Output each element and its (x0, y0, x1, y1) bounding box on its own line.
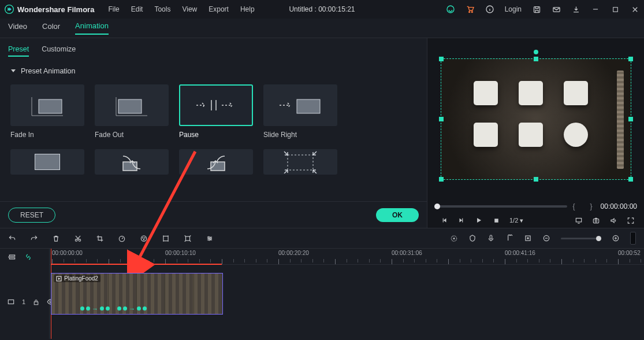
collapse-icon (10, 68, 16, 74)
close-icon[interactable] (630, 5, 639, 14)
tab-animation[interactable]: Animation (75, 21, 109, 35)
preset-row2-1[interactable] (10, 149, 84, 175)
save-icon[interactable] (532, 5, 541, 14)
download-icon[interactable] (571, 5, 580, 14)
preset-fade-out[interactable]: Fade Out (95, 84, 169, 139)
svg-point-29 (144, 237, 145, 238)
subtab-customize[interactable]: Customize (42, 45, 76, 57)
snapshot-icon[interactable] (592, 216, 600, 224)
ruler-tick-2: 00:00:20:20 (278, 250, 309, 256)
menu-tools[interactable]: Tools (154, 5, 170, 13)
timeline: 1 00:00:00:00 00:00:10:10 00:00:20:20 00… (0, 249, 644, 339)
selection-region (51, 264, 222, 265)
settings-icon[interactable] (206, 234, 214, 242)
support-icon[interactable] (446, 5, 455, 14)
filmora-logo-icon (5, 5, 14, 14)
play-icon[interactable] (475, 216, 483, 224)
zoom-slider[interactable] (561, 238, 601, 239)
tab-color[interactable]: Color (42, 22, 60, 34)
track-number: 1 (22, 298, 25, 305)
preview-frame[interactable] (441, 58, 631, 180)
preset-label: Fade Out (95, 131, 169, 139)
preset-slide-right[interactable]: Slide Right (263, 84, 337, 139)
preset-row2-2[interactable] (95, 149, 169, 175)
svg-rect-13 (118, 99, 142, 113)
seek-row: { } 00:00:00:00 (427, 200, 644, 213)
subtab-preset[interactable]: Preset (8, 45, 29, 57)
timeline-clip[interactable]: PlatingFood2 → → (51, 273, 223, 315)
speed-icon[interactable] (118, 234, 126, 242)
delete-icon[interactable] (52, 234, 60, 242)
preset-row2-4[interactable] (263, 149, 337, 175)
menu-export[interactable]: Export (209, 5, 229, 13)
color-icon[interactable] (140, 234, 148, 242)
mic-icon[interactable] (487, 234, 495, 242)
tab-video[interactable]: Video (8, 22, 27, 34)
app-logo: Wondershare Filmora (5, 5, 94, 14)
preset-fade-in[interactable]: Fade In (10, 84, 84, 139)
menu-help[interactable]: Help (240, 5, 255, 13)
ok-button[interactable]: OK (376, 208, 419, 222)
redo-icon[interactable] (30, 234, 38, 242)
marker-icon[interactable] (468, 234, 477, 242)
audio-mixer-icon[interactable] (505, 234, 513, 242)
main-row: Preset Customize Preset Animation Fade I… (0, 38, 644, 228)
subtabs: Preset Customize (0, 38, 427, 60)
svg-rect-16 (297, 99, 320, 113)
preview-time: 00:00:00:00 (601, 202, 637, 210)
menu-file[interactable]: File (108, 5, 119, 13)
section-title: Preset Animation (21, 67, 76, 75)
svg-point-2 (468, 12, 470, 13)
preview-pane: { } 00:00:00:00 1/2 ▾ (427, 38, 644, 228)
range-braces[interactable]: { } (573, 202, 595, 210)
volume-icon[interactable] (609, 216, 617, 224)
menu-view[interactable]: View (182, 5, 197, 13)
svg-rect-45 (8, 300, 13, 304)
section-preset-animation[interactable]: Preset Animation (0, 60, 427, 82)
lock-icon[interactable] (32, 298, 40, 306)
ruler-tick-1: 00:00:10:10 (165, 250, 196, 256)
zoom-in-icon[interactable] (612, 234, 620, 242)
svg-rect-43 (9, 255, 14, 256)
minimize-icon[interactable] (591, 5, 600, 14)
svg-rect-44 (9, 257, 14, 258)
panel-bottom-bar: RESET OK (0, 201, 427, 228)
ruler-tick-5: 00:00:52 (618, 250, 641, 256)
main-menu: File Edit Tools View Export Help (108, 5, 254, 13)
menu-edit[interactable]: Edit (131, 5, 143, 13)
mail-icon[interactable] (552, 5, 561, 14)
timeline-toolbar (0, 228, 644, 249)
greenscreen-icon[interactable] (162, 234, 170, 242)
preset-pause[interactable]: Pause (179, 84, 253, 139)
cart-icon[interactable] (466, 5, 475, 14)
timeline-gutter: 1 (0, 249, 50, 339)
reset-button[interactable]: RESET (8, 208, 55, 223)
svg-point-3 (471, 12, 472, 13)
keyframe-icon[interactable] (184, 234, 192, 242)
link-icon[interactable] (24, 253, 32, 261)
ruler-tick-0: 00:00:00:00 (52, 250, 83, 256)
login-button[interactable]: Login (505, 5, 522, 13)
preset-row2-3[interactable] (179, 149, 253, 175)
stop-icon[interactable] (492, 216, 500, 224)
render-icon[interactable] (450, 234, 458, 242)
timeline-ruler[interactable]: 00:00:00:00 00:00:10:10 00:00:20:20 00:0… (50, 249, 644, 265)
cut-icon[interactable] (74, 234, 82, 242)
svg-rect-31 (163, 236, 168, 241)
page-indicator[interactable]: 1/2 ▾ (509, 217, 523, 224)
marker-add-icon[interactable] (524, 234, 532, 242)
timeline-main[interactable]: 00:00:00:00 00:00:10:10 00:00:20:20 00:0… (50, 249, 644, 339)
undo-icon[interactable] (8, 234, 16, 242)
info-icon[interactable] (485, 5, 494, 14)
maximize-icon[interactable] (611, 5, 620, 14)
display-icon[interactable] (575, 216, 583, 224)
prev-frame-icon[interactable] (440, 216, 448, 224)
play-forward-icon[interactable] (457, 216, 466, 224)
seek-track[interactable] (434, 205, 567, 208)
track-add-icon[interactable] (8, 253, 16, 261)
zoom-out-icon[interactable] (542, 234, 550, 242)
svg-rect-10 (39, 99, 62, 113)
document-title: Untitled : 00:00:15:21 (289, 5, 355, 13)
crop-icon[interactable] (96, 234, 104, 242)
fullscreen-icon[interactable] (627, 216, 635, 224)
